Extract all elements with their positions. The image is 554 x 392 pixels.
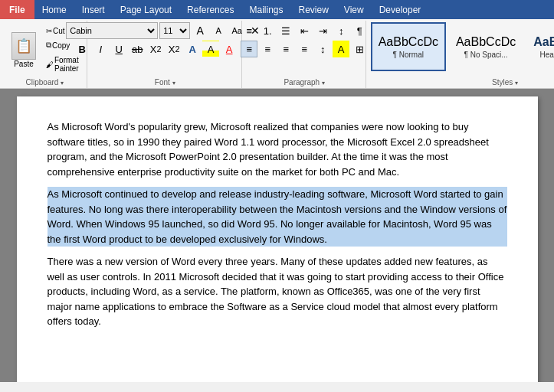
- underline-button[interactable]: U: [110, 41, 127, 57]
- tab-home[interactable]: Home: [34, 0, 74, 19]
- justify-button[interactable]: ≡: [296, 41, 313, 57]
- cut-icon: ✂: [46, 27, 52, 35]
- bullets-button[interactable]: ≡: [241, 22, 257, 39]
- styles-row: AaBbCcDc ¶ Normal AaBbCcDc ¶ No Spaci...…: [371, 22, 554, 71]
- style-nospace-label: ¶ No Spaci...: [464, 51, 508, 59]
- font-group-label[interactable]: Font ▾: [89, 78, 241, 87]
- font-style-row: B I U ab X2 X2 A A A ▾: [74, 41, 256, 57]
- superscript-button[interactable]: X2: [166, 41, 182, 57]
- tab-references[interactable]: References: [179, 0, 241, 19]
- style-normal-preview: AaBbCcDc: [379, 35, 438, 49]
- style-nospace-button[interactable]: AaBbCcDc ¶ No Spaci...: [448, 22, 523, 71]
- style-heading1-preview: AaBbCc: [533, 35, 554, 49]
- shading-button[interactable]: A: [333, 41, 349, 57]
- font-name-row: Cabin 11 A A Aa ✕: [66, 22, 264, 39]
- font-controls: Cabin 11 A A Aa ✕ B I U ab X2 X2: [66, 22, 264, 77]
- text-effects-button[interactable]: A: [184, 41, 201, 57]
- document-page: As Microsoft Word's popularity grew, Mic…: [17, 96, 538, 382]
- font-size-select[interactable]: 11: [159, 22, 190, 39]
- style-normal-button[interactable]: AaBbCcDc ¶ Normal: [371, 22, 446, 71]
- style-normal-label: ¶ Normal: [393, 51, 424, 59]
- clipboard-group-label[interactable]: Clipboard ▾: [3, 78, 87, 87]
- text-highlight-button[interactable]: A: [202, 41, 219, 57]
- paragraph-group: ≡ 1. ☰ ⇤ ⇥ ↕ ¶ ≡ ≡ ≡ ≡ ↕ A ⊞: [244, 21, 366, 88]
- tab-view[interactable]: View: [336, 0, 372, 19]
- style-heading1-label: Heading 1: [540, 51, 555, 59]
- italic-button[interactable]: I: [92, 41, 109, 57]
- paragraph-1: As Microsoft Word's popularity grew, Mic…: [48, 119, 507, 179]
- align-center-button[interactable]: ≡: [259, 41, 276, 57]
- multilevel-list-button[interactable]: ☰: [277, 22, 294, 39]
- font-group: Cabin 11 A A Aa ✕ B I U ab X2 X2: [89, 21, 242, 88]
- style-nospace-preview: AaBbCcDc: [456, 35, 516, 49]
- ribbon-tabs: Home Insert Page Layout References Maili…: [34, 0, 429, 19]
- tab-mailings[interactable]: Mailings: [241, 0, 290, 19]
- tab-page-layout[interactable]: Page Layout: [113, 0, 179, 19]
- font-name-select[interactable]: Cabin: [66, 22, 158, 39]
- font-color-button[interactable]: A: [221, 41, 238, 57]
- numbering-button[interactable]: 1.: [259, 22, 276, 39]
- styles-group: AaBbCcDc ¶ Normal AaBbCcDc ¶ No Spaci...…: [368, 21, 554, 88]
- align-right-button[interactable]: ≡: [277, 41, 294, 57]
- cut-label: Cut: [53, 27, 65, 35]
- paragraph-3: There was a new version of Word every th…: [48, 254, 507, 329]
- show-formatting-button[interactable]: ¶: [351, 22, 368, 39]
- paragraph-2-highlighted: As Microsoft continued to develop and re…: [48, 187, 507, 247]
- copy-icon: ⧉: [46, 41, 51, 50]
- paragraph-group-label[interactable]: Paragraph ▾: [244, 78, 366, 87]
- ribbon: 📋 Paste ✂ Cut ⧉ Copy 🖌 Format Painter Cl: [0, 19, 554, 89]
- paste-icon: 📋: [11, 32, 36, 60]
- sort-button[interactable]: ↕: [333, 22, 349, 39]
- tab-review[interactable]: Review: [290, 0, 336, 19]
- paste-label: Paste: [14, 60, 34, 68]
- style-heading1-button[interactable]: AaBbCc Heading 1: [526, 22, 554, 71]
- line-spacing-button[interactable]: ↕: [314, 41, 331, 57]
- styles-group-label[interactable]: Styles ▾: [368, 78, 554, 87]
- borders-button[interactable]: ⊞: [351, 41, 368, 57]
- ribbon-content: 📋 Paste ✂ Cut ⧉ Copy 🖌 Format Painter Cl: [3, 21, 551, 88]
- strikethrough-button[interactable]: ab: [129, 41, 146, 57]
- tab-insert[interactable]: Insert: [74, 0, 113, 19]
- para-row2: ≡ ≡ ≡ ≡ ↕ A ⊞: [241, 41, 368, 57]
- decrease-indent-button[interactable]: ⇤: [296, 22, 313, 39]
- shrink-font-button[interactable]: A: [210, 22, 227, 39]
- paste-button[interactable]: 📋 Paste: [6, 22, 41, 77]
- increase-indent-button[interactable]: ⇥: [314, 22, 331, 39]
- bold-button[interactable]: B: [74, 41, 90, 57]
- format-painter-icon: 🖌: [46, 60, 54, 69]
- para-row1: ≡ 1. ☰ ⇤ ⇥ ↕ ¶: [241, 22, 368, 39]
- paragraph-controls: ≡ 1. ☰ ⇤ ⇥ ↕ ¶ ≡ ≡ ≡ ≡ ↕ A ⊞: [241, 22, 368, 77]
- document-area: As Microsoft Word's popularity grew, Mic…: [0, 89, 554, 382]
- title-bar: File Home Insert Page Layout References …: [0, 0, 554, 19]
- tab-developer[interactable]: Developer: [372, 0, 429, 19]
- subscript-button[interactable]: X2: [147, 41, 164, 57]
- file-tab[interactable]: File: [0, 0, 34, 19]
- grow-font-button[interactable]: A: [192, 22, 208, 39]
- align-left-button[interactable]: ≡: [241, 41, 257, 57]
